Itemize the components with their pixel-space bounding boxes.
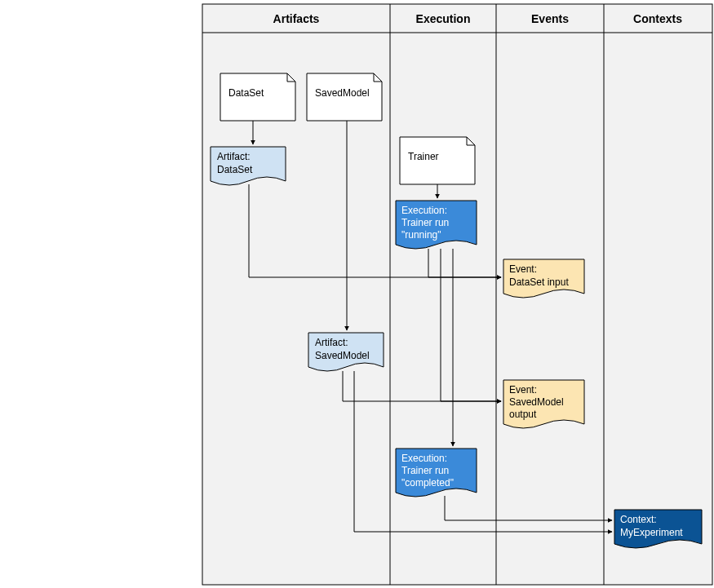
col-header-contexts: Contexts bbox=[633, 12, 682, 25]
svg-text:SavedModel: SavedModel bbox=[315, 350, 370, 361]
col-header-artifacts: Artifacts bbox=[273, 12, 320, 25]
svg-text:DataSet: DataSet bbox=[228, 87, 264, 99]
doc-savedmodel: SavedModel bbox=[307, 73, 382, 121]
svg-text:DataSet input: DataSet input bbox=[509, 276, 569, 288]
svg-text:Context:: Context: bbox=[620, 514, 657, 525]
svg-text:Artifact:: Artifact: bbox=[315, 337, 348, 348]
col-header-execution: Execution bbox=[416, 12, 471, 25]
svg-text:Trainer run: Trainer run bbox=[401, 465, 449, 476]
svg-text:Trainer: Trainer bbox=[408, 151, 439, 162]
svg-text:MyExperiment: MyExperiment bbox=[620, 527, 683, 538]
mlmd-diagram: Artifacts Execution Events Contexts Data… bbox=[0, 0, 714, 588]
doc-dataset: DataSet bbox=[220, 73, 295, 121]
svg-text:SavedModel: SavedModel bbox=[315, 87, 370, 99]
svg-text:Execution:: Execution: bbox=[401, 453, 447, 464]
svg-text:"completed": "completed" bbox=[401, 477, 454, 489]
svg-text:DataSet: DataSet bbox=[217, 164, 253, 175]
svg-text:Event:: Event: bbox=[509, 263, 537, 275]
svg-text:SavedModel: SavedModel bbox=[509, 396, 564, 408]
svg-text:Artifact:: Artifact: bbox=[217, 151, 251, 162]
execution-completed: Execution: Trainer run "completed" bbox=[396, 449, 477, 497]
doc-trainer: Trainer bbox=[400, 137, 475, 184]
col-header-events: Events bbox=[531, 12, 569, 25]
svg-text:Trainer run: Trainer run bbox=[401, 217, 449, 228]
svg-text:"running": "running" bbox=[401, 229, 441, 241]
svg-text:output: output bbox=[509, 409, 537, 420]
event-savedmodel-output: Event: SavedModel output bbox=[503, 380, 584, 428]
svg-text:Execution:: Execution: bbox=[401, 205, 447, 216]
svg-text:Event:: Event: bbox=[509, 384, 537, 396]
execution-running: Execution: Trainer run "running" bbox=[396, 201, 477, 249]
